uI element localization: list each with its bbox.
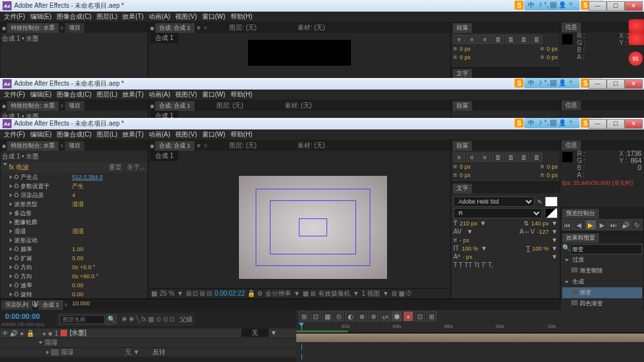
menu-help[interactable]: 帮助(H) (231, 12, 252, 21)
align-left-icon[interactable]: ≡ (453, 35, 465, 44)
justify-last-center-icon[interactable]: ≣ (505, 35, 516, 44)
comp-sub-tab[interactable]: 合成 1 (150, 151, 178, 161)
justify-last-right-icon[interactable]: ≣ (518, 35, 529, 44)
current-time[interactable]: 0:00:02:22 (214, 290, 245, 297)
effects-item[interactable]: 渐变擦除 (562, 265, 642, 276)
menu-animation[interactable]: 动画(A) (149, 12, 170, 21)
zoom-level[interactable]: 25 % (160, 290, 175, 297)
badge-91[interactable]: 91 (629, 52, 643, 66)
effects-item[interactable]: 渐变 (562, 287, 642, 298)
tl-icon[interactable]: ⊞ (299, 311, 309, 321)
maximize-button[interactable]: ☐ (607, 1, 625, 11)
param-value[interactable]: 湿湿 (72, 200, 84, 209)
font-family-select[interactable]: Adobe Heiti Std (453, 196, 535, 207)
effects-group[interactable]: 生成 (562, 276, 642, 287)
fill-swatch[interactable] (545, 196, 558, 207)
audio-icon[interactable]: 🔊 (10, 329, 17, 337)
param-value[interactable]: 0.00 (72, 282, 84, 289)
param-value[interactable]: 湿湿 (72, 227, 84, 236)
effect-controls-tab[interactable]: 特效控制台: 水墨 (7, 141, 59, 151)
param-value[interactable]: 0.00 (72, 291, 84, 298)
viewport[interactable] (239, 176, 387, 279)
justify-icon[interactable]: ≣ (505, 153, 516, 162)
timecode[interactable]: 0:00:00:00 (1, 311, 44, 321)
prev-frame-icon[interactable]: ◀ (574, 220, 585, 230)
justify-icon[interactable]: ≣ (518, 153, 529, 162)
tracking[interactable]: -127 (537, 229, 549, 235)
align-center-icon[interactable]: ≡ (466, 153, 478, 162)
close-button[interactable]: ✕ (625, 79, 643, 89)
tl-tool-icon[interactable]: 🔍 (106, 314, 117, 325)
menu-composition[interactable]: 图像合成(C) (57, 12, 91, 21)
ime-toolbar[interactable]: 中 ☽ °, ▦ 👤 🔧 (524, 0, 580, 10)
effects-item[interactable]: 四色渐变 (562, 298, 642, 309)
menu-layer[interactable]: 图层(L) (97, 12, 117, 21)
menu-view[interactable]: 视图(V) (175, 12, 196, 21)
align-right-icon[interactable]: ≡ (479, 153, 491, 162)
font-style-select[interactable]: R (453, 208, 542, 218)
font-size[interactable]: 210 px (460, 220, 477, 227)
next-frame-icon[interactable]: ▶ (597, 220, 608, 230)
minimize-button[interactable]: — (589, 1, 607, 11)
ime-toolbar[interactable]: 中 ☽ °, ▦ 👤 🔧 (524, 78, 580, 88)
minimize-button[interactable]: — (589, 119, 607, 129)
sogou-icon[interactable]: S (515, 79, 524, 88)
views[interactable]: 1 视图 (362, 289, 380, 298)
justify-all-icon[interactable]: ≣ (531, 153, 542, 162)
eyedropper-icon[interactable]: ✎ (537, 198, 542, 205)
info-tab[interactable]: 信息 (562, 23, 581, 32)
param-value[interactable]: 10.000 (72, 300, 90, 307)
render-queue-tab[interactable]: 渲染队列 (1, 300, 32, 310)
reset-link[interactable]: 重置 (109, 163, 122, 172)
composition-tab[interactable]: 合成: 合成 1 (155, 23, 194, 33)
active-camera[interactable]: 有效摄像机 (318, 289, 350, 298)
leading[interactable]: 140 px (531, 220, 549, 227)
layer-bar[interactable] (296, 334, 644, 342)
justify-all-icon[interactable]: ≣ (531, 35, 542, 44)
close-button[interactable]: ✕ (625, 119, 643, 129)
justify-icon[interactable]: ≣ (492, 153, 504, 162)
audio-icon[interactable]: 🔊 (620, 220, 630, 230)
param-value[interactable]: 0x +90.0 ° (72, 273, 99, 280)
effect-header[interactable]: fx 电波 重置 关于... (1, 162, 147, 173)
timeline-comp-tab[interactable]: 合成 1 (39, 300, 63, 310)
align-center-icon[interactable]: ≡ (466, 35, 478, 44)
promo-badge[interactable] (629, 19, 644, 32)
menu-window[interactable]: 窗口(W) (202, 12, 225, 21)
menu-edit[interactable]: 编辑(E) (30, 12, 52, 21)
stroke-swatch[interactable] (545, 208, 558, 218)
project-tab[interactable]: 项目 (65, 23, 84, 33)
text-style-buttons[interactable]: T T TT Tt T' T, (453, 262, 558, 269)
comp-sub-tab[interactable]: 合成 1 (150, 33, 178, 43)
layer-search[interactable] (60, 315, 105, 324)
first-frame-icon[interactable]: ⏮ (562, 220, 573, 230)
effects-group[interactable]: 过渡 (562, 254, 642, 265)
param-value[interactable]: 5.00 (72, 255, 84, 262)
param-value[interactable]: 1.00 (72, 246, 84, 252)
resolution[interactable]: 全分辨率 (265, 289, 291, 298)
ime-toolbar[interactable]: 中 ☽ °, ▦ 👤 🔧 (524, 118, 580, 128)
eye-icon[interactable]: 👁 (1, 329, 9, 337)
layer-name[interactable]: [水墨] (67, 329, 89, 338)
layer-color-swatch[interactable] (61, 330, 67, 336)
align-right-icon[interactable]: ≡ (479, 35, 491, 44)
effects-search-input[interactable] (570, 244, 642, 254)
align-left-icon[interactable]: ≡ (453, 153, 465, 162)
menu-file[interactable]: 文件(F) (4, 12, 25, 21)
character-tab[interactable]: 文字 (453, 69, 472, 79)
effect-controls-tab[interactable]: 特效控制台: 水墨 (7, 23, 59, 33)
param-value[interactable]: 0x +0.0 ° (72, 264, 95, 271)
justify-last-left-icon[interactable]: ≣ (492, 35, 504, 44)
promo-badge[interactable] (629, 32, 644, 45)
timeline-ruler[interactable]: 02s 04s 06s 08s 10s (296, 323, 644, 333)
maximize-button[interactable]: ☐ (607, 119, 625, 129)
record-icon[interactable]: ● (403, 311, 413, 321)
param-value[interactable]: 产生 (72, 182, 84, 191)
composition-tab[interactable]: 合成: 合成 1 (155, 141, 194, 151)
paragraph-tab[interactable]: 段落 (453, 23, 472, 33)
play-icon[interactable]: ▶ (585, 220, 596, 230)
project-tab[interactable]: 项目 (65, 141, 84, 151)
last-frame-icon[interactable]: ⏭ (608, 220, 619, 230)
param-value[interactable]: 4 (72, 192, 75, 198)
loop-icon[interactable]: ↻ (631, 220, 642, 230)
